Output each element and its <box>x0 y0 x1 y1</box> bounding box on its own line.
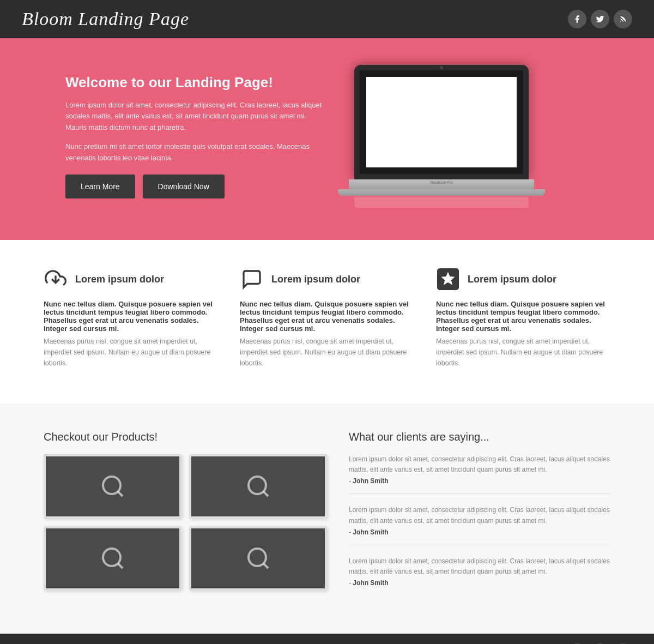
feature-3-body: Maecenas purus nisl, congue sit amet imp… <box>436 336 610 369</box>
svg-line-6 <box>263 491 268 496</box>
hero-laptop-image <box>327 65 556 208</box>
site-footer: www.heritagechristiancollege.com Copyrig… <box>0 634 654 644</box>
hero-buttons: Learn More Download Now <box>65 174 327 198</box>
feature-3-header: Lorem ipsum dolor <box>436 267 610 291</box>
learn-more-button[interactable]: Learn More <box>65 174 135 198</box>
testimonials-title: What our clients are saying... <box>349 431 610 443</box>
testimonial-2-author: - John Smith <box>349 528 610 536</box>
product-image-2 <box>191 456 325 516</box>
feature-2-header: Lorem ipsum dolor <box>240 267 414 291</box>
feature-2-bold: Nunc nec tellus diam. Quisque posuere sa… <box>240 300 414 333</box>
product-thumb-4[interactable] <box>189 526 327 591</box>
feature-3-title: Lorem ipsum dolor <box>468 274 556 285</box>
svg-point-3 <box>103 477 120 494</box>
feature-1-header: Lorem ipsum dolor <box>44 267 218 291</box>
feature-2-body: Maecenas purus nisl, congue sit amet imp… <box>240 336 414 369</box>
testimonial-3: Lorem ipsum dolor sit amet, consectetur … <box>349 556 610 595</box>
svg-line-8 <box>118 563 123 568</box>
svg-point-5 <box>249 477 266 494</box>
cloud-download-icon <box>44 267 68 291</box>
products-area: Checkout our Products! <box>44 431 327 606</box>
product-image-3 <box>46 528 179 588</box>
product-grid <box>44 454 327 591</box>
feature-3-bold: Nunc nec tellus diam. Quisque posuere sa… <box>436 300 610 333</box>
feature-col-3: Lorem ipsum dolor Nunc nec tellus diam. … <box>436 267 610 376</box>
product-thumb-1[interactable] <box>44 454 181 519</box>
testimonial-1-author: - John Smith <box>349 477 610 485</box>
features-section: Lorem ipsum dolor Nunc nec tellus diam. … <box>0 240 654 404</box>
svg-point-7 <box>103 549 120 566</box>
download-now-button[interactable]: Download Now <box>143 174 225 198</box>
testimonial-2-text: Lorem ipsum dolor sit amet, consectetur … <box>349 505 610 526</box>
testimonial-2: Lorem ipsum dolor sit amet, consectetur … <box>349 505 610 545</box>
chat-icon <box>240 267 264 291</box>
svg-point-9 <box>249 549 266 566</box>
hero-paragraph-1: Lorem ipsum dolor sit amet, consectetur … <box>65 100 327 134</box>
feature-1-body: Maecenas purus nisl, congue sit amet imp… <box>44 336 218 369</box>
header-social-icons <box>568 10 632 28</box>
product-thumb-3[interactable] <box>44 526 181 591</box>
svg-line-4 <box>118 491 123 496</box>
hero-content: Welcome to our Landing Page! Lorem ipsum… <box>65 74 327 199</box>
feature-1-bold: Nunc nec tellus diam. Quisque posuere sa… <box>44 300 218 333</box>
site-header: Bloom Landing Page <box>0 0 654 38</box>
testimonial-3-text: Lorem ipsum dolor sit amet, consectetur … <box>349 556 610 577</box>
product-thumb-2[interactable] <box>189 454 327 519</box>
header-facebook-icon[interactable] <box>568 10 586 28</box>
site-logo: Bloom Landing Page <box>22 9 189 29</box>
svg-point-0 <box>620 21 621 22</box>
hero-paragraph-2: Nunc pretium mi sit amet tortor molestie… <box>65 141 327 164</box>
testimonial-3-author: - John Smith <box>349 579 610 587</box>
svg-line-10 <box>263 563 268 568</box>
feature-1-title: Lorem ipsum dolor <box>75 274 164 285</box>
header-rss-icon[interactable] <box>614 10 632 28</box>
testimonial-1-text: Lorem ipsum dolor sit amet, consectetur … <box>349 454 610 475</box>
products-title: Checkout our Products! <box>44 431 327 443</box>
hero-section: Welcome to our Landing Page! Lorem ipsum… <box>0 38 654 240</box>
testimonials-area: What our clients are saying... Lorem ips… <box>349 431 610 606</box>
header-twitter-icon[interactable] <box>591 10 609 28</box>
feature-col-1: Lorem ipsum dolor Nunc nec tellus diam. … <box>44 267 218 376</box>
feature-2-title: Lorem ipsum dolor <box>271 274 360 285</box>
feature-col-2: Lorem ipsum dolor Nunc nec tellus diam. … <box>240 267 414 376</box>
product-image-1 <box>46 456 179 516</box>
products-section: Checkout our Products! <box>0 404 654 634</box>
product-image-4 <box>191 528 325 588</box>
macbook-illustration <box>338 65 545 208</box>
star-icon <box>436 267 460 291</box>
testimonial-1: Lorem ipsum dolor sit amet, consectetur … <box>349 454 610 494</box>
hero-title: Welcome to our Landing Page! <box>65 74 327 91</box>
